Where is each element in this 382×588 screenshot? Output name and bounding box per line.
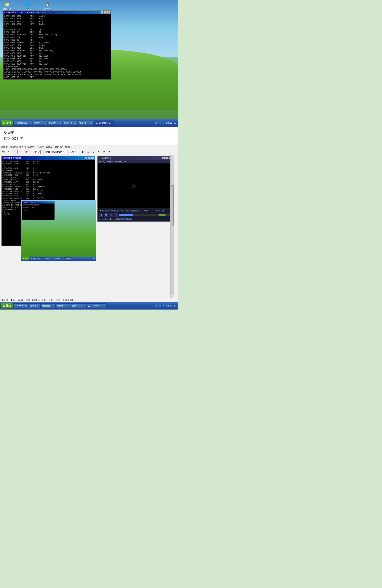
close-btn-inner[interactable]: ✕ [91, 157, 94, 159]
rp-guide-label[interactable]: Real Guide [102, 218, 112, 220]
taskbar-item-news[interactable]: 新闻中心... [33, 121, 47, 126]
bold-btn[interactable]: B [81, 150, 85, 154]
cmd-line: 0C70:00FF 8B18 MOV BX,[BX+SI] [4, 57, 110, 60]
menu-table[interactable]: 表格(A) [46, 146, 54, 149]
stop-button[interactable]: ⏹ [104, 213, 108, 217]
taskbar-bottom-news[interactable]: 新闻中心 [29, 303, 40, 308]
font-select[interactable]: Times New Roman [43, 150, 66, 154]
cmd-window-top[interactable]: Command Prompt - DEBUG S541.EXE _ □ ✕ 0C… [3, 10, 111, 80]
pause-button[interactable]: ⏸ [99, 213, 103, 217]
taskbar-item-cmd[interactable]: 💻 Command ... [94, 121, 114, 126]
cmd-inner-line: 0C70:00E6 47 INC DI [2, 170, 94, 172]
rp-menu-more[interactable]: >> [123, 160, 126, 163]
text-middle-section: Q 回车 回到 DOS 下 [0, 127, 178, 145]
rp-menu-play[interactable]: 播放(E) [115, 160, 122, 163]
style-select[interactable]: 正文 [31, 150, 41, 154]
cmd-line: 0C70:00E0 B402 MOV AH,02 [4, 20, 110, 23]
taskbar-item-netease2[interactable]: 网易电子... [63, 121, 77, 126]
connected-label: ⚡ 既在播放 [99, 209, 110, 212]
text-line1: Q 回车 [4, 130, 174, 136]
paste-btn[interactable]: 📌 [24, 150, 29, 154]
minimize-btn-inner[interactable]: _ [84, 157, 87, 159]
taskbar-bottom-cmd[interactable]: 💻 Command ... [87, 303, 107, 308]
align-right-btn[interactable]: ≡ [107, 150, 112, 154]
maximize-btn-inner[interactable]: □ [88, 157, 91, 159]
icon-ie[interactable]: 🌐 IE [21, 1, 34, 11]
taskbar-bottom-doc[interactable]: 文稿 1 -... [71, 303, 86, 308]
cmd-line: -U [4, 25, 110, 28]
align-center-btn[interactable]: ≡ [102, 150, 106, 154]
status-pages: 11/11 [17, 298, 23, 302]
scroll-down-btn[interactable]: ▼ [171, 294, 174, 298]
menu-edit[interactable]: 编辑(E) [1, 146, 9, 149]
scroll-up-btn[interactable]: ▲ [171, 155, 174, 158]
taskbar-items-bottom: ▶ RealPlay 新闻中心 网易通行... 网易电子... 文稿 1 -..… [14, 303, 154, 308]
menu-view[interactable]: 视图(V) [10, 146, 18, 149]
undo-btn[interactable]: ↩ [12, 150, 16, 154]
tray-icon-1: 🔊 [155, 121, 158, 125]
copy-btn[interactable]: 📋 [19, 150, 23, 154]
taskbar-item-realplay[interactable]: ▶ RealPlay... [14, 121, 32, 126]
desktop-icons-top: 📁 我的文档 🌐 IE 🐧 腾讯QQ [1, 1, 54, 11]
taskbar-lang-top[interactable]: CH [166, 122, 169, 124]
icon-qq[interactable]: 🐧 腾讯QQ [42, 1, 54, 11]
cmd-title-inner: Command Prompt [2, 157, 21, 159]
prev-button[interactable]: ⏮ [109, 213, 113, 217]
icon-mydocs[interactable]: 📁 我的文档 [1, 1, 13, 11]
rp-guide-sep: ⊙ [113, 218, 115, 220]
mini-clock: 23:57 [91, 258, 95, 259]
mini-cmd: Command Prompt AX=0241 BX=0041 CX=004 DS… [22, 201, 55, 220]
cmd-line: 0C70:00ED C3 RET [4, 39, 110, 42]
taskbar-bottom-netease2[interactable]: 网易电子... [56, 303, 70, 308]
save-btn[interactable]: 💾 [1, 150, 5, 154]
rp-menu-file[interactable]: 文件(Z) [98, 160, 105, 163]
taskbar-item-netease1[interactable]: 网易通行... [48, 121, 62, 126]
align-left-btn[interactable]: ≡ [96, 150, 101, 154]
realplayer-title: RealPlayer [101, 157, 112, 159]
underline-btn[interactable]: U [91, 150, 96, 154]
tray-icon-2: 🌐 [158, 121, 162, 125]
start-button-bottom[interactable]: ⊞ 开始 [1, 303, 13, 309]
close-button-top[interactable]: ✕ [107, 11, 110, 14]
rp-maximize-btn[interactable]: □ [165, 157, 168, 159]
size-select[interactable]: 五号 [69, 150, 78, 154]
maximize-button-top[interactable]: □ [104, 11, 107, 14]
mini-start-button[interactable]: ⊞ 开始 [22, 257, 30, 260]
menu-help[interactable]: 帮助(H) [65, 146, 72, 149]
taskbar-lang-bottom[interactable]: CH [166, 305, 169, 307]
rp-minimize-btn[interactable]: _ [162, 157, 165, 159]
print-btn[interactable]: 🖨 [6, 150, 11, 154]
start-button-top[interactable]: ⊞ 开始 [1, 120, 13, 126]
cmd-line: 0C70:00E6 47 INC DI [4, 31, 110, 34]
status-lang: 英语(美国) [62, 298, 73, 302]
menu-tools[interactable]: 工具(T) [37, 146, 44, 149]
taskbar-bottom-realplay[interactable]: ▶ RealPlay [14, 303, 29, 308]
song-title: 联茗II_第13集 - 长空无极_星空 [111, 209, 139, 212]
menu-insert[interactable]: 插入(I) [19, 146, 26, 149]
cmd-icon-taskbar: 💻 [88, 305, 90, 307]
cmd-line: 0C70:00F5 8B9F5807 MOV BX,[BX+0758] [4, 49, 110, 52]
rp-media-label[interactable]: 音乐和我的媒体库 [116, 218, 132, 221]
taskbar-item-doc[interactable]: 文稿 1 -... [78, 121, 94, 126]
menu-format[interactable]: 格式(O) [28, 146, 35, 149]
italic-btn[interactable]: I [86, 150, 90, 154]
menu-window[interactable]: 窗口(W) [55, 146, 63, 149]
progress-row: ⏸ ⏹ ⏮ ⏭ [99, 213, 171, 217]
next-button[interactable]: ⏭ [114, 213, 118, 217]
rp-vol-icon: 🔊 [162, 210, 164, 212]
windows-logo-icon-bottom: ⊞ [3, 304, 5, 307]
progress-bar[interactable] [119, 214, 157, 216]
minimize-button-top[interactable]: _ [101, 11, 103, 14]
rp-menu-view[interactable]: 视图(V) [107, 160, 114, 163]
cmd-line: 0C70:00F9 D1E3 SHL BX,1 [4, 52, 110, 55]
taskbar-top: ⊞ 开始 ▶ RealPlay... 新闻中心... 网易通行... 网易电子.… [0, 119, 178, 127]
mydocs-icon: 📁 [4, 1, 10, 8]
cmd-line: 0C70:00ED C3 RET [4, 76, 110, 79]
scrollbar-track[interactable] [171, 158, 174, 294]
ie-label: IE [26, 8, 29, 10]
bitrate-info: 451 Kbps [140, 210, 148, 212]
left-panel: Command Prompt _ □ ✕ 0C70:00E0 B402 MOV … [0, 155, 96, 298]
cmd-line: 0C70:00E2 8AD3 MOV DL,BL [4, 23, 110, 25]
volume-control[interactable] [158, 214, 171, 216]
taskbar-bottom-netease1[interactable]: 网易通行... [40, 303, 55, 308]
